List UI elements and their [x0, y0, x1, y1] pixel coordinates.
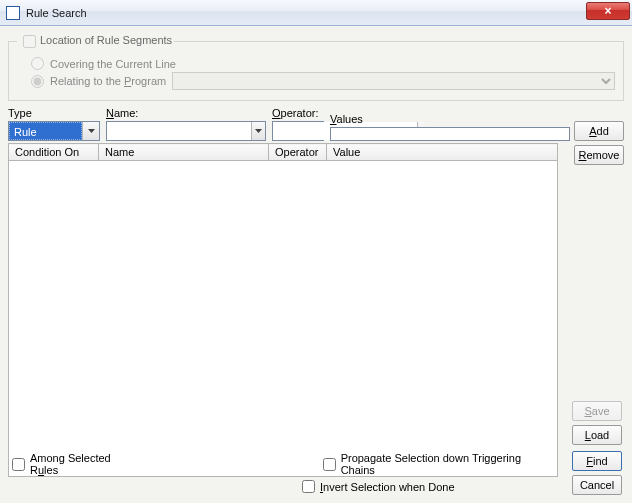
invert-checkbox-label: Invert Selection when Done — [302, 480, 556, 493]
location-group: Location of Rule Segments Covering the C… — [8, 32, 624, 101]
type-value: Rule — [9, 122, 82, 140]
bottom-options: Among Selected Rules Propagate Selection… — [12, 452, 556, 493]
radio-relating-program[interactable] — [31, 75, 44, 88]
values-input[interactable] — [331, 128, 569, 140]
client-area: Location of Rule Segments Covering the C… — [0, 26, 632, 503]
cancel-button[interactable]: Cancel — [572, 475, 622, 495]
title-bar: Rule Search × — [0, 0, 632, 26]
location-enable-checkbox[interactable] — [23, 35, 36, 48]
table-body[interactable] — [8, 161, 558, 477]
col-name[interactable]: Name — [99, 144, 269, 161]
values-input-wrap — [330, 127, 570, 141]
close-icon: × — [604, 5, 611, 17]
propagate-checkbox[interactable] — [323, 458, 336, 471]
propagate-checkbox-label: Propagate Selection down Triggering Chai… — [323, 452, 556, 476]
col-operator[interactable]: Operator — [269, 144, 327, 161]
conditions-table: Condition On Name Operator Value — [8, 143, 558, 477]
operator-combo[interactable] — [272, 121, 324, 141]
name-input[interactable] — [107, 122, 251, 140]
program-select[interactable] — [172, 72, 615, 90]
invert-checkbox[interactable] — [302, 480, 315, 493]
radio-covering-label: Covering the Current Line — [50, 58, 176, 70]
col-value[interactable]: Value — [327, 144, 558, 161]
type-label: Type — [8, 107, 100, 119]
window-title: Rule Search — [26, 7, 87, 19]
radio-program-label: Relating to the Program — [50, 75, 166, 87]
col-condition-on[interactable]: Condition On — [9, 144, 99, 161]
close-button[interactable]: × — [586, 2, 630, 20]
location-legend: Location of Rule Segments — [40, 34, 172, 46]
remove-button[interactable]: Remove — [574, 145, 624, 165]
name-combo[interactable] — [106, 121, 266, 141]
load-button[interactable]: Load — [572, 425, 622, 445]
radio-covering-line[interactable] — [31, 57, 44, 70]
operator-label: Operator: — [272, 107, 324, 119]
app-icon — [6, 6, 20, 20]
add-button[interactable]: Add — [574, 121, 624, 141]
type-select[interactable]: Rule — [8, 121, 100, 141]
among-selected-checkbox[interactable] — [12, 458, 25, 471]
name-label: Name: — [106, 107, 266, 119]
find-button[interactable]: Find — [572, 451, 622, 471]
values-label: Values — [330, 113, 570, 125]
chevron-down-icon — [251, 122, 265, 140]
among-selected-checkbox-label: Among Selected Rules — [12, 452, 141, 476]
filter-row: Type Rule Name: Ope — [8, 107, 570, 141]
chevron-down-icon — [82, 122, 99, 140]
save-button[interactable]: Save — [572, 401, 622, 421]
